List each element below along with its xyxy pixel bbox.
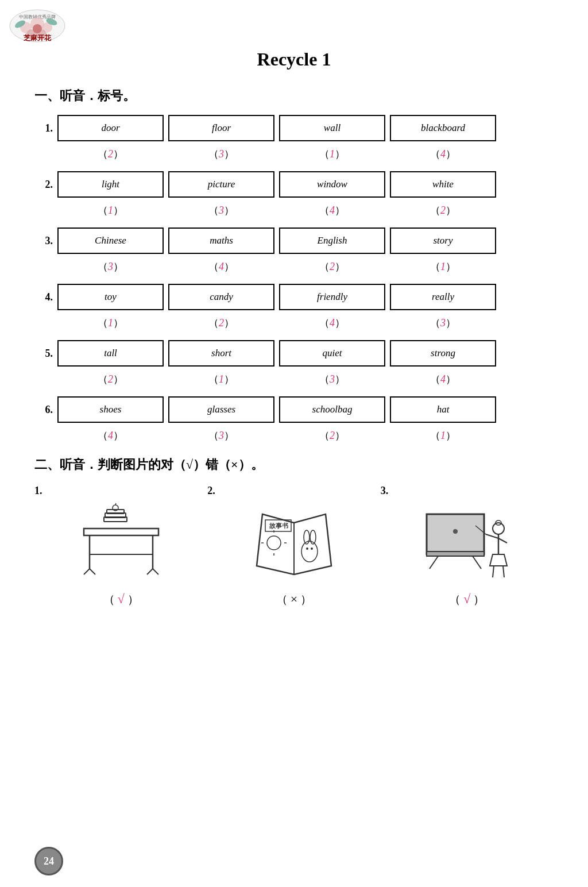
answer-cell: （ 1 ） (279, 145, 385, 163)
answer-cell: （ 1 ） (390, 426, 496, 445)
word-row: 1. door floor wall blackboard (34, 115, 554, 141)
word-box: door (57, 115, 164, 141)
answer-cell: （ 2 ） (168, 314, 274, 332)
book-image: 故事书 (237, 500, 351, 586)
page-number-badge: 24 (34, 847, 63, 876)
word-box: blackboard (390, 115, 496, 141)
svg-line-22 (153, 569, 158, 574)
word-box: light (57, 171, 164, 198)
board-image (409, 500, 524, 586)
logo: 中国教辅优秀品牌 芝麻开花 (6, 6, 69, 43)
word-cells-1: door floor wall blackboard (57, 115, 554, 141)
answer-cell: （ 4 ） (279, 314, 385, 332)
number-cells-2: （ 1 ） （ 3 ） （ 4 ） （ 2 ） (57, 201, 554, 219)
image-number-1: 1. (34, 485, 42, 497)
svg-point-41 (493, 523, 504, 534)
svg-rect-37 (427, 514, 484, 554)
row-number-3: 3. (34, 235, 57, 247)
word-cells-6: shoes glasses schoolbag hat (57, 396, 554, 423)
word-box: candy (168, 284, 274, 310)
answer-cell: （ 3 ） (168, 201, 274, 219)
word-row: 4. toy candy friendly really (34, 284, 554, 310)
number-cells-1: （ 2 ） （ 3 ） （ 1 ） （ 4 ） (57, 145, 554, 163)
answer-cell: （ 3 ） (168, 426, 274, 445)
svg-point-7 (33, 24, 42, 33)
svg-rect-38 (427, 552, 484, 556)
answer-cell: （ 2 ） (279, 426, 385, 445)
word-box: really (390, 284, 496, 310)
svg-line-16 (115, 503, 116, 505)
image-number-2: 2. (207, 485, 215, 497)
answer-cell: （ 3 ） (279, 370, 385, 388)
answer-cell: （ 3 ） (390, 314, 496, 332)
section2-header: 二、听音．判断图片的对（√）错（×）。 (34, 456, 588, 473)
word-box: wall (279, 115, 385, 141)
answer-cell: （ 3 ） (168, 145, 274, 163)
word-box: quiet (279, 340, 385, 367)
word-row: 5. tall short quiet strong (34, 340, 554, 367)
svg-line-40 (473, 556, 481, 569)
word-box: window (279, 171, 385, 198)
word-box: hat (390, 396, 496, 423)
page-title: Recycle 1 (0, 49, 588, 70)
number-row: （ 2 ） （ 1 ） （ 3 ） （ 4 ） (34, 370, 554, 388)
number-cells-4: （ 1 ） （ 2 ） （ 4 ） （ 3 ） (57, 314, 554, 332)
number-row: （ 3 ） （ 4 ） （ 2 ） （ 1 ） (34, 257, 554, 276)
image-item-2: 2. 故事书 (207, 485, 380, 607)
row-number-5: 5. (34, 348, 57, 360)
svg-text:故事书: 故事书 (269, 522, 288, 529)
svg-text:芝麻开花: 芝麻开花 (23, 34, 52, 42)
row-number-2: 2. (34, 179, 57, 191)
number-cells-3: （ 3 ） （ 4 ） （ 2 ） （ 1 ） (57, 257, 554, 276)
answer-cell: （ 2 ） (57, 370, 164, 388)
word-box: glasses (168, 396, 274, 423)
answer-cell: （ 4 ） (390, 145, 496, 163)
answer-cell: （ 1 ） (57, 201, 164, 219)
word-box: maths (168, 227, 274, 254)
svg-point-36 (311, 547, 313, 550)
word-cells-3: Chinese maths English story (57, 227, 554, 254)
answer-cell: （ 4 ） (57, 426, 164, 445)
answer-cell: （ 2 ） (279, 257, 385, 276)
section1-header: 一、听音．标号。 (34, 87, 588, 105)
word-row: 2. light picture window white (34, 171, 554, 198)
word-box: picture (168, 171, 274, 198)
image-number-3: 3. (381, 485, 389, 497)
page-number: 24 (44, 855, 54, 867)
answer-cell: （ 2 ） (57, 145, 164, 163)
svg-rect-11 (84, 529, 158, 535)
svg-line-39 (430, 556, 438, 569)
desk-image (64, 500, 179, 586)
row-number-1: 1. (34, 122, 57, 134)
answer-cell: （ 4 ） (279, 201, 385, 219)
svg-point-35 (306, 547, 308, 550)
word-box: white (390, 171, 496, 198)
answer-cell: （ 1 ） (57, 314, 164, 332)
word-box: toy (57, 284, 164, 310)
number-row: （ 2 ） （ 3 ） （ 1 ） （ 4 ） (34, 145, 554, 163)
answer-cell: （ 4 ） (390, 370, 496, 388)
answer-cell: （ 1 ） (390, 257, 496, 276)
svg-line-45 (498, 538, 507, 543)
section2-images: 1. （ √ ） (34, 485, 554, 607)
image-item-1: 1. （ √ ） (34, 485, 207, 607)
word-cells-5: tall short quiet strong (57, 340, 554, 367)
svg-line-46 (493, 566, 494, 577)
number-row: （ 1 ） （ 3 ） （ 4 ） （ 2 ） (34, 201, 554, 219)
svg-line-20 (90, 569, 95, 574)
svg-line-19 (84, 569, 90, 574)
word-box: short (168, 340, 274, 367)
word-row: 6. shoes glasses schoolbag hat (34, 396, 554, 423)
answer-label-2: （ × ） (276, 592, 312, 607)
word-box: Chinese (57, 227, 164, 254)
answer-cell: （ 4 ） (168, 257, 274, 276)
word-box: schoolbag (279, 396, 385, 423)
answer-cell: （ 1 ） (168, 370, 274, 388)
word-box: floor (168, 115, 274, 141)
word-cells-2: light picture window white (57, 171, 554, 198)
word-box: friendly (279, 284, 385, 310)
number-row: （ 4 ） （ 3 ） （ 2 ） （ 1 ） (34, 426, 554, 445)
svg-point-27 (267, 536, 281, 550)
svg-line-21 (147, 569, 153, 574)
row-number-4: 4. (34, 291, 57, 303)
